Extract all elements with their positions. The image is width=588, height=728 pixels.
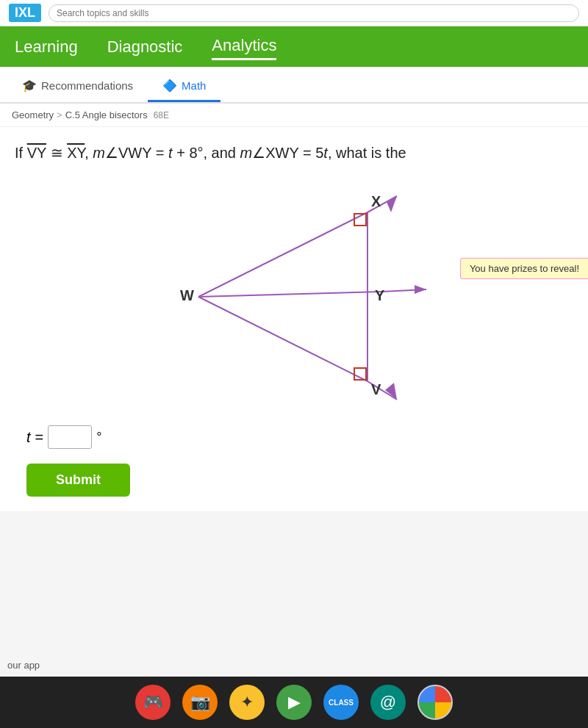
- breadcrumb-skill[interactable]: C.5 Angle bisectors: [65, 109, 148, 120]
- submit-button[interactable]: Submit: [26, 464, 130, 497]
- nav-diagnostic[interactable]: Diagnostic: [107, 35, 183, 60]
- nav-bar: Learning Diagnostic Analytics: [0, 26, 588, 67]
- tab-math[interactable]: 🔷 Math: [148, 71, 220, 102]
- svg-marker-5: [415, 285, 426, 294]
- answer-input[interactable]: [48, 425, 92, 449]
- nav-learning[interactable]: Learning: [15, 35, 78, 60]
- degree-symbol: °: [96, 430, 101, 445]
- tabs-row: 🎓 Recommendations 🔷 Math: [0, 67, 588, 104]
- svg-line-0: [198, 212, 368, 297]
- breadcrumb-subject[interactable]: Geometry: [12, 109, 54, 120]
- nav-analytics[interactable]: Analytics: [212, 33, 276, 60]
- tab-recommendations-label: Recommendations: [41, 79, 133, 92]
- taskbar: 🎮 📷 ✦ ▶ CLASS @: [0, 677, 588, 728]
- ixl-logo: IXL: [9, 4, 41, 22]
- svg-marker-8: [385, 383, 397, 400]
- tab-math-label: Math: [182, 79, 206, 92]
- recommendations-icon: 🎓: [22, 79, 37, 93]
- svg-line-6: [198, 297, 368, 381]
- search-input[interactable]: [49, 4, 579, 22]
- variable-label: t: [26, 429, 31, 446]
- geometry-diagram: W X Y V: [15, 176, 573, 411]
- answer-row: t = °: [26, 425, 573, 449]
- problem-text: If VY ≅ XY, m∠VWY = t + 8°, and m∠XWY = …: [15, 142, 573, 164]
- svg-line-3: [198, 292, 382, 297]
- equals-label: =: [35, 429, 44, 446]
- taskbar-class[interactable]: CLASS: [323, 685, 359, 720]
- taskbar-play[interactable]: ▶: [276, 685, 312, 720]
- math-icon: 🔷: [162, 79, 177, 93]
- taskbar-app2[interactable]: 📷: [182, 685, 218, 720]
- svg-text:V: V: [371, 381, 381, 397]
- svg-text:Y: Y: [375, 287, 385, 303]
- taskbar-email[interactable]: @: [370, 685, 406, 720]
- skill-code: 68E: [154, 110, 169, 120]
- svg-text:W: W: [180, 287, 194, 303]
- tab-recommendations[interactable]: 🎓 Recommendations: [7, 71, 148, 102]
- prize-banner[interactable]: You have prizes to reveal!: [460, 258, 588, 279]
- footer-app-text[interactable]: our app: [7, 660, 40, 671]
- top-bar: IXL: [0, 0, 588, 26]
- taskbar-chrome[interactable]: [417, 685, 453, 720]
- taskbar-app1[interactable]: 🎮: [135, 685, 171, 720]
- svg-text:X: X: [371, 193, 381, 209]
- main-content: You have prizes to reveal! If VY ≅ XY, m…: [0, 127, 588, 511]
- taskbar-app3[interactable]: ✦: [229, 685, 265, 720]
- breadcrumb: Geometry > C.5 Angle bisectors 68E: [0, 104, 588, 127]
- breadcrumb-sep: >: [57, 109, 62, 120]
